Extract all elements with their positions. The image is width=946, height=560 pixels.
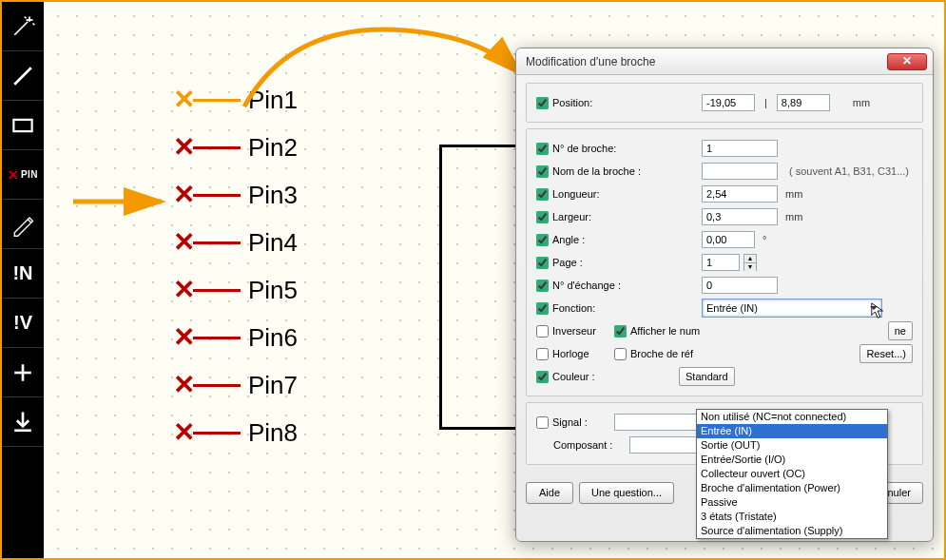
position-check-label[interactable]: Position:	[536, 97, 650, 109]
function-option[interactable]: Sortie (OUT)	[697, 438, 887, 453]
arrow-pin-tool	[71, 187, 176, 216]
svg-line-4	[33, 23, 35, 25]
function-option[interactable]: Broche d'alimentation (Power)	[697, 481, 887, 495]
plus-icon	[10, 359, 36, 386]
page-input[interactable]	[702, 254, 740, 271]
clock-checkbox[interactable]	[536, 348, 549, 360]
color-button[interactable]: Standard	[679, 367, 735, 386]
svg-rect-6	[13, 119, 31, 130]
wand-icon	[10, 13, 36, 40]
page-up[interactable]: ▲	[744, 255, 756, 263]
position-y-input[interactable]	[777, 94, 830, 111]
shownum-label: Afficher le num	[630, 325, 700, 337]
pin-row[interactable]: ✕ Pin5	[173, 266, 298, 314]
wand-tool[interactable]	[2, 2, 44, 51]
signal-checkbox[interactable]	[536, 416, 549, 429]
pin-row[interactable]: ✕ Pin8	[173, 409, 298, 456]
pin-tool[interactable]: ✕PIN	[2, 150, 44, 200]
question-button[interactable]: Une question...	[579, 482, 674, 504]
position-x-input[interactable]	[702, 94, 755, 111]
angle-input[interactable]	[702, 231, 755, 248]
reset-button[interactable]: Reset...)	[859, 344, 913, 363]
group-position: Position: | mm	[526, 83, 923, 123]
width-input[interactable]	[702, 208, 778, 225]
refpin-checkbox[interactable]	[614, 348, 627, 360]
signal-check-label[interactable]: Signal :	[536, 416, 610, 429]
function-option[interactable]: 3 états (Tristate)	[697, 510, 887, 524]
color-check-label[interactable]: Couleur :	[536, 371, 650, 383]
position-checkbox[interactable]	[536, 97, 549, 109]
pencil-tool[interactable]	[2, 200, 44, 249]
num-checkbox[interactable]	[536, 143, 549, 155]
component-label: Composant :	[536, 439, 626, 451]
name-input[interactable]	[702, 163, 778, 180]
pin-x-icon: ✕	[8, 167, 19, 183]
pin-label: Pin2	[248, 133, 298, 163]
shownum-check-label[interactable]: Afficher le num	[614, 325, 700, 338]
exchange-input[interactable]	[702, 277, 778, 294]
line-tool[interactable]	[2, 51, 44, 101]
length-checkbox[interactable]	[536, 188, 549, 201]
svg-line-5	[14, 68, 31, 85]
iv-tool[interactable]: !V	[2, 299, 44, 348]
refpin-check-label[interactable]: Broche de réf	[614, 348, 693, 360]
num-check-label[interactable]: N° de broche:	[536, 143, 650, 155]
exchange-checkbox[interactable]	[536, 280, 549, 292]
length-check-label[interactable]: Longueur:	[536, 188, 650, 201]
num-input[interactable]	[702, 140, 778, 157]
help-button[interactable]: Aide	[526, 482, 573, 504]
refpin-label: Broche de réf	[630, 348, 693, 359]
pin-dialog: Modification d'une broche ✕ Position: | …	[515, 48, 934, 542]
function-option[interactable]: Source d'alimentation (Supply)	[697, 524, 887, 538]
function-option[interactable]: Collecteur ouvert (OC)	[697, 467, 887, 481]
angle-check-label[interactable]: Angle :	[536, 234, 650, 246]
function-option[interactable]: Non utilisé (NC=not connected)	[697, 410, 887, 424]
function-checkbox[interactable]	[536, 302, 549, 315]
function-dropdown[interactable]: Non utilisé (NC=not connected)Entrée (IN…	[696, 409, 888, 539]
pin-row[interactable]: ✕ Pin2	[173, 124, 298, 171]
width-checkbox[interactable]	[536, 211, 549, 223]
page-checkbox[interactable]	[536, 257, 549, 269]
pin-x-icon: ✕	[173, 134, 195, 161]
pin-row[interactable]: ✕ Pin3	[173, 171, 298, 219]
pin-list: ✕ Pin1✕ Pin2✕ Pin3✕ Pin4✕ Pin5✕ Pin6✕ Pi…	[173, 76, 298, 456]
download-tool[interactable]	[2, 397, 44, 447]
in-tool[interactable]: !N	[2, 249, 44, 299]
page-down[interactable]: ▼	[744, 263, 756, 271]
signal-label: Signal :	[552, 416, 588, 428]
color-checkbox[interactable]	[536, 371, 549, 383]
width-check-label[interactable]: Largeur:	[536, 211, 650, 223]
function-option[interactable]: Entrée/Sortie (I/O)	[697, 453, 887, 467]
pin-line	[193, 289, 241, 292]
angle-checkbox[interactable]	[536, 234, 549, 246]
pin-row[interactable]: ✕ Pin6	[173, 314, 298, 361]
clock-check-label[interactable]: Horloge	[536, 348, 610, 360]
rect-tool[interactable]	[2, 101, 44, 150]
inverter-checkbox[interactable]	[536, 325, 549, 338]
function-combo[interactable]: Entrée (IN)	[702, 299, 882, 318]
in-label: !N	[12, 262, 32, 284]
dialog-titlebar[interactable]: Modification d'une broche ✕	[516, 48, 933, 75]
page-check-label[interactable]: Page :	[536, 257, 650, 269]
name-label: Nom de la broche :	[552, 165, 641, 177]
download-icon	[10, 409, 36, 435]
page-stepper[interactable]: ▲▼	[743, 254, 757, 271]
inverter-check-label[interactable]: Inverseur	[536, 325, 610, 338]
function-option[interactable]: Passive	[697, 495, 887, 510]
function-option[interactable]: Entrée (IN)	[697, 424, 887, 438]
hidden-button-1[interactable]: ne	[888, 321, 913, 340]
pin-label: Pin4	[248, 228, 298, 258]
pin-row[interactable]: ✕ Pin4	[173, 219, 298, 266]
exchange-check-label[interactable]: N° d'échange :	[536, 280, 650, 292]
plus-tool[interactable]	[2, 348, 44, 397]
function-check-label[interactable]: Fonction:	[536, 302, 650, 315]
name-checkbox[interactable]	[536, 165, 549, 178]
name-check-label[interactable]: Nom de la broche :	[536, 165, 650, 178]
close-button[interactable]: ✕	[887, 53, 927, 70]
cursor-icon	[870, 301, 887, 320]
rect-icon	[10, 112, 36, 139]
length-input[interactable]	[702, 185, 778, 203]
shownum-checkbox[interactable]	[614, 325, 627, 338]
exchange-label: N° d'échange :	[552, 280, 621, 291]
pin-row[interactable]: ✕ Pin7	[173, 361, 298, 409]
